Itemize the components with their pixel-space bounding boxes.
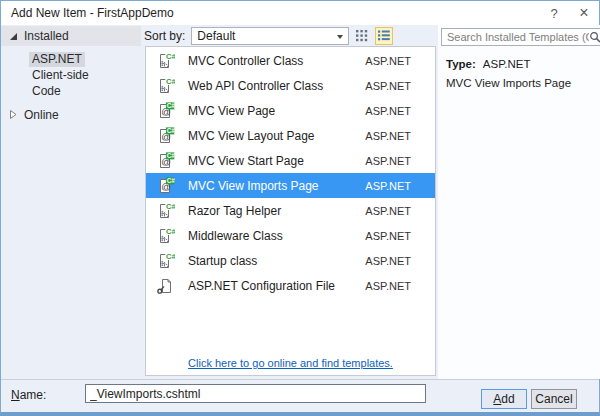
expanded-arrow-icon: [10, 33, 17, 40]
template-category: ASP.NET: [365, 155, 411, 167]
search-icon: [589, 31, 600, 44]
svg-text:C#: C#: [167, 127, 175, 134]
csharp-view-page-icon: @ C#: [155, 151, 175, 171]
sidebar-item-client-side[interactable]: Client-side: [29, 68, 92, 83]
csharp-class-icon: C#: [155, 51, 175, 71]
sidebar-item-code[interactable]: Code: [29, 84, 64, 99]
template-name: MVC View Layout Page: [188, 129, 315, 143]
template-category: ASP.NET: [365, 105, 411, 117]
template-list-item[interactable]: C# Middleware Class ASP.NET: [146, 223, 435, 248]
category-tree: Installed ASP.NET Client-side Code Onlin…: [1, 25, 141, 379]
template-category: ASP.NET: [365, 80, 411, 92]
template-list-panel: C# MVC Controller Class ASP.NET C# Web A…: [145, 46, 436, 376]
template-list-item[interactable]: @ C# MVC View Start Page ASP.NET: [146, 148, 435, 173]
template-name: MVC View Imports Page: [188, 179, 319, 193]
template-list-item[interactable]: C# Startup class ASP.NET: [146, 248, 435, 273]
dialog-footer: Name: Add Cancel: [1, 379, 599, 412]
template-list-item[interactable]: C# Web API Controller Class ASP.NET: [146, 73, 435, 98]
template-name: Web API Controller Class: [188, 79, 323, 93]
type-value: ASP.NET: [483, 58, 531, 70]
sort-toolbar: Sort by: Default: [141, 26, 438, 45]
template-type-line: Type:ASP.NET: [446, 58, 600, 70]
list-view-button[interactable]: [375, 27, 393, 45]
template-list-item[interactable]: C# Razor Tag Helper ASP.NET: [146, 198, 435, 223]
template-category: ASP.NET: [365, 130, 411, 142]
template-list-column: Sort by: Default: [141, 25, 438, 379]
template-category: ASP.NET: [365, 180, 411, 192]
cancel-button[interactable]: Cancel: [531, 389, 577, 409]
csharp-class-icon: C#: [155, 76, 175, 96]
csharp-view-page-icon: @ C#: [155, 126, 175, 146]
sort-dropdown-value: Default: [197, 29, 235, 43]
go-online-link[interactable]: Click here to go online and find templat…: [146, 357, 435, 369]
template-list-item[interactable]: @ C# MVC View Imports Page ASP.NET: [146, 173, 435, 198]
template-category: ASP.NET: [365, 255, 411, 267]
template-name: Razor Tag Helper: [188, 204, 281, 218]
svg-text:C#: C#: [166, 76, 175, 85]
template-name: Middleware Class: [188, 229, 283, 243]
svg-text:C#: C#: [166, 201, 175, 210]
small-icons-view-button[interactable]: [353, 27, 371, 45]
type-label: Type:: [446, 58, 476, 70]
title-bar: Add New Item - FirstAppDemo ? ×: [1, 1, 599, 25]
template-list: C# MVC Controller Class ASP.NET C# Web A…: [146, 47, 435, 298]
template-category: ASP.NET: [365, 230, 411, 242]
close-button[interactable]: ×: [569, 1, 599, 25]
add-button[interactable]: Add: [481, 389, 527, 409]
svg-text:C#: C#: [166, 226, 175, 235]
template-name: MVC Controller Class: [188, 54, 303, 68]
csharp-view-page-icon: @ C#: [155, 101, 175, 121]
sort-by-label: Sort by:: [144, 29, 185, 43]
installed-label: Installed: [24, 29, 69, 43]
sidebar-item-online[interactable]: Online: [1, 105, 141, 124]
dialog-title: Add New Item - FirstAppDemo: [11, 6, 174, 20]
add-new-item-dialog: Add New Item - FirstAppDemo ? × Installe…: [0, 0, 600, 416]
template-list-item[interactable]: ASP.NET Configuration File ASP.NET: [146, 273, 435, 298]
template-category: ASP.NET: [365, 205, 411, 217]
svg-text:C#: C#: [167, 102, 175, 109]
chevron-down-icon: [337, 35, 343, 39]
template-name: MVC View Page: [188, 104, 275, 118]
config-file-icon: [155, 276, 175, 296]
template-name: ASP.NET Configuration File: [188, 279, 335, 293]
online-label: Online: [24, 108, 59, 122]
template-category: ASP.NET: [365, 55, 411, 67]
svg-text:C#: C#: [167, 152, 175, 159]
help-button[interactable]: ?: [539, 1, 569, 25]
sort-dropdown[interactable]: Default: [191, 27, 349, 45]
svg-text:C#: C#: [166, 51, 175, 60]
search-box[interactable]: [441, 28, 600, 46]
name-input[interactable]: [85, 384, 426, 403]
collapsed-arrow-icon: [9, 109, 18, 120]
sidebar-item-asp-net[interactable]: ASP.NET: [29, 52, 85, 67]
template-list-item[interactable]: C# MVC Controller Class ASP.NET: [146, 48, 435, 73]
name-label: Name:: [11, 388, 46, 402]
csharp-class-icon: C#: [155, 201, 175, 221]
sidebar-item-installed[interactable]: Installed: [1, 26, 141, 46]
csharp-class-icon: C#: [155, 251, 175, 271]
search-input[interactable]: [442, 31, 589, 43]
csharp-class-icon: C#: [155, 226, 175, 246]
csharp-view-page-icon: @ C#: [155, 176, 175, 196]
title-bar-buttons: ? ×: [539, 1, 599, 25]
template-name: MVC View Start Page: [188, 154, 304, 168]
svg-text:C#: C#: [167, 177, 175, 184]
template-name: Startup class: [188, 254, 257, 268]
grid-view-icon: [356, 30, 368, 42]
template-list-item[interactable]: @ C# MVC View Page ASP.NET: [146, 98, 435, 123]
details-panel: Type:ASP.NET MVC View Imports Page: [438, 25, 600, 379]
template-description: MVC View Imports Page: [446, 77, 600, 89]
template-category: ASP.NET: [365, 280, 411, 292]
list-view-icon: [378, 30, 390, 41]
template-list-item[interactable]: @ C# MVC View Layout Page ASP.NET: [146, 123, 435, 148]
svg-text:C#: C#: [166, 251, 175, 260]
installed-children: ASP.NET Client-side Code: [1, 46, 141, 105]
dialog-body: Installed ASP.NET Client-side Code Onlin…: [1, 25, 599, 379]
